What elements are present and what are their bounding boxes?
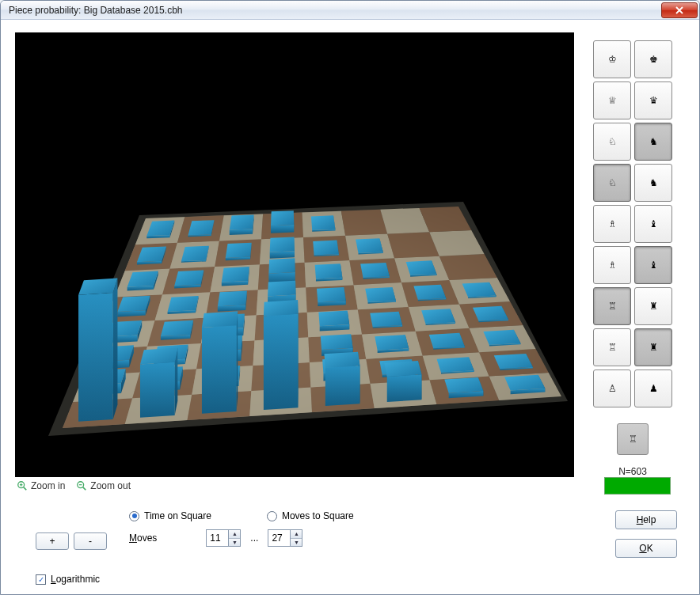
moves-label: Moves: [129, 532, 157, 544]
piece-btn-white-rook-2[interactable]: ♖: [593, 328, 631, 366]
current-piece-indicator: ♖: [617, 423, 649, 455]
spin-up-icon[interactable]: ▲: [229, 530, 240, 539]
piece-btn-black-bishop-1[interactable]: ♝: [634, 205, 672, 243]
piece-btn-white-queen[interactable]: ♕: [593, 81, 631, 119]
svg-marker-185: [375, 335, 409, 351]
svg-marker-229: [325, 366, 360, 406]
svg-marker-92: [270, 237, 295, 252]
svg-marker-223: [202, 325, 237, 414]
plus-button[interactable]: +: [36, 532, 69, 550]
zoom-in-button[interactable]: Zoom in: [17, 480, 65, 491]
client-area: Zoom in Zoom out ♔♚♕♛♘♞♘♞♗♝♗♝♖♜♖♜♙♟ ♖ N=…: [1, 20, 699, 594]
svg-marker-125: [168, 296, 199, 312]
svg-marker-95: [313, 241, 339, 256]
window-title: Piece probability: Big Database 2015.cbh: [9, 5, 182, 16]
piece-btn-white-knight-2[interactable]: ♘: [593, 164, 631, 202]
svg-marker-232: [387, 374, 422, 402]
white-queen-icon: ♕: [608, 95, 617, 106]
svg-marker-110: [268, 258, 295, 273]
svg-marker-216: [113, 279, 118, 419]
piece-btn-black-king[interactable]: ♚: [634, 40, 672, 78]
black-pawn-icon: ♟: [649, 383, 658, 394]
dialog-window: Piece probability: Big Database 2015.cbh…: [0, 0, 700, 595]
svg-marker-140: [413, 285, 446, 300]
svg-marker-89: [226, 243, 252, 258]
piece-btn-black-rook-2[interactable]: ♜: [634, 328, 672, 366]
moves-from-input[interactable]: [206, 529, 228, 547]
piece-grid: ♔♚♕♛♘♞♘♞♗♝♗♝♖♜♖♜♙♟: [593, 40, 672, 407]
svg-marker-73: [230, 229, 253, 235]
svg-line-245: [83, 487, 86, 491]
white-rook-1-icon: ♖: [608, 301, 617, 312]
white-knight-1-icon: ♘: [608, 136, 617, 147]
piece-btn-black-knight-1[interactable]: ♞: [634, 123, 672, 161]
radio-time-on-square[interactable]: Time on Square: [129, 510, 211, 521]
svg-marker-217: [78, 293, 113, 422]
piece-btn-white-bishop-2[interactable]: ♗: [593, 246, 631, 284]
svg-marker-113: [315, 263, 343, 279]
svg-marker-77: [271, 210, 294, 225]
close-button[interactable]: [661, 2, 698, 18]
piece-btn-black-knight-2[interactable]: ♞: [634, 164, 672, 202]
spin-down-icon[interactable]: ▼: [291, 539, 302, 547]
zoom-toolbar: Zoom in Zoom out: [15, 477, 574, 495]
radio-moves-to-square[interactable]: Moves to Square: [267, 510, 354, 521]
radio-time-label: Time on Square: [144, 510, 211, 521]
svg-marker-215: [494, 354, 533, 369]
piece-btn-black-bishop-2[interactable]: ♝: [634, 246, 672, 284]
svg-marker-91: [270, 251, 295, 258]
white-rook-2-icon: ♖: [608, 342, 617, 353]
piece-btn-white-pawn[interactable]: ♙: [593, 370, 631, 407]
moves-to-spinner[interactable]: ▲▼: [268, 529, 302, 547]
piece-btn-white-rook-1[interactable]: ♖: [593, 287, 631, 325]
svg-marker-131: [268, 281, 295, 297]
ok-button[interactable]: OK: [615, 539, 677, 558]
svg-marker-74: [230, 214, 254, 229]
radio-dot-icon: [129, 511, 139, 521]
help-button[interactable]: Help: [615, 510, 677, 529]
board-3d-chart: [15, 32, 574, 477]
black-bishop-2-icon: ♝: [649, 260, 658, 271]
radio-dot-icon: [267, 511, 277, 521]
zoom-in-icon: [17, 480, 28, 491]
svg-marker-212: [437, 357, 474, 373]
zoom-out-label: Zoom out: [90, 480, 131, 491]
piece-btn-white-knight-1[interactable]: ♘: [593, 123, 631, 161]
svg-marker-116: [360, 263, 390, 278]
svg-line-241: [24, 487, 27, 491]
white-king-icon: ♔: [608, 54, 617, 65]
svg-marker-119: [406, 260, 437, 275]
svg-marker-233: [384, 361, 421, 377]
svg-marker-63: [341, 210, 387, 236]
svg-marker-218: [78, 279, 117, 295]
svg-marker-128: [218, 291, 247, 307]
svg-marker-158: [318, 311, 349, 327]
titlebar: Piece probability: Big Database 2015.cbh: [1, 1, 699, 20]
controls-row: + - ✓ Logarithmic Time on Square Mov: [15, 495, 688, 585]
moves-to-input[interactable]: [268, 529, 290, 547]
piece-btn-white-bishop-1[interactable]: ♗: [593, 205, 631, 243]
black-knight-2-icon: ♞: [649, 177, 658, 188]
zoom-out-button[interactable]: Zoom out: [76, 480, 131, 491]
svg-marker-164: [421, 309, 455, 324]
minus-button[interactable]: -: [74, 532, 107, 550]
svg-marker-236: [444, 377, 483, 393]
svg-marker-222: [237, 311, 238, 411]
piece-btn-black-pawn[interactable]: ♟: [634, 370, 672, 407]
board-3d-viewport[interactable]: [15, 32, 574, 477]
spin-down-icon[interactable]: ▼: [229, 539, 240, 547]
spin-up-icon[interactable]: ▲: [291, 530, 302, 539]
black-rook-1-icon: ♜: [649, 301, 658, 312]
svg-marker-230: [324, 352, 360, 368]
piece-btn-black-rook-1[interactable]: ♜: [634, 287, 672, 325]
logarithmic-checkbox[interactable]: ✓: [36, 574, 46, 585]
moves-from-spinner[interactable]: ▲▼: [206, 529, 241, 547]
svg-marker-161: [370, 312, 402, 327]
piece-btn-white-king[interactable]: ♔: [593, 40, 631, 78]
svg-marker-220: [140, 362, 175, 418]
sample-count-label: N=603: [618, 466, 647, 477]
svg-marker-227: [264, 300, 299, 316]
piece-btn-black-queen[interactable]: ♛: [634, 81, 672, 119]
piece-panel: ♔♚♕♛♘♞♘♞♗♝♗♝♖♜♖♜♙♟ ♖ N=603: [584, 32, 682, 495]
white-bishop-1-icon: ♗: [608, 218, 617, 229]
